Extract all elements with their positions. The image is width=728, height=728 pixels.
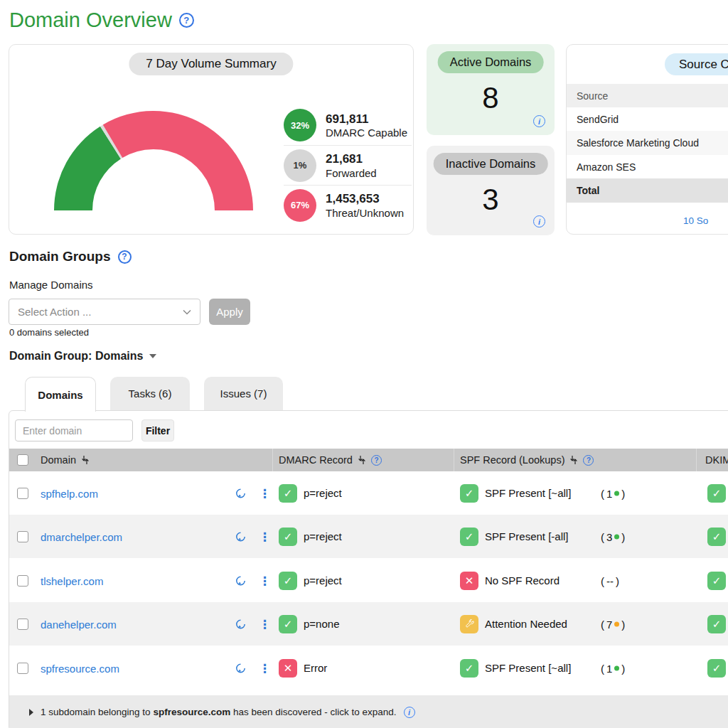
active-domains-card: Active Domains 8 [427, 44, 555, 135]
dmarc-status-label: p=reject [304, 530, 342, 542]
lookups-count: 1 [606, 662, 612, 674]
table-row: dmarchelper.com ⋮ p=reject SPF Present [… [9, 515, 728, 558]
table-header: Domain DMARC Record SPF Record (Lookups)… [9, 449, 728, 471]
info-icon[interactable] [533, 115, 545, 127]
table-row: tlshelper.com ⋮ p=reject No SPF Record -… [9, 559, 728, 602]
help-icon[interactable] [583, 455, 594, 466]
row-checkbox[interactable] [17, 575, 28, 587]
kebab-menu-icon[interactable]: ⋮ [259, 662, 271, 674]
expand-caret-icon [29, 709, 33, 716]
spf-status-badge [460, 615, 478, 633]
lookups-count: 7 [606, 618, 612, 630]
column-header-spf[interactable]: SPF Record (Lookups) [460, 454, 594, 466]
source-total-row: Total [567, 178, 728, 203]
domain-group-selector[interactable]: Domain Group: Domains [9, 350, 156, 363]
chevron-down-icon [183, 309, 191, 315]
dmarc-status-label: p=reject [304, 574, 342, 587]
subdomain-note-text: 1 subdomain belonging to spfresource.com… [41, 707, 397, 717]
sort-icon [569, 455, 578, 465]
sort-icon [358, 455, 366, 465]
spf-status-label: SPF Present [-all] [485, 530, 569, 542]
source-column-header: Source [567, 84, 728, 107]
pct-circle: 1% [284, 149, 316, 182]
stat-value: 1,453,653 [326, 191, 404, 206]
spf-status-label: SPF Present [~all] [485, 487, 571, 499]
dmarc-status-badge [279, 572, 297, 590]
domain-link[interactable]: dmarchelper.com [41, 530, 122, 542]
source-card-title: Source C [665, 53, 728, 75]
row-checkbox[interactable] [17, 488, 28, 499]
refresh-icon[interactable] [235, 574, 247, 587]
domain-link[interactable]: spfhelp.com [41, 487, 98, 499]
apply-button[interactable]: Apply [209, 299, 250, 325]
spf-lookups: 1 [601, 487, 625, 499]
dkim-status-badge [707, 659, 726, 678]
tab-tasks[interactable]: Tasks (6) [110, 377, 190, 410]
dmarc-status-label: p=none [304, 618, 339, 630]
info-icon[interactable] [404, 707, 415, 718]
column-header-dkim[interactable]: DKIM [705, 454, 728, 466]
help-icon[interactable] [118, 250, 132, 264]
row-checkbox[interactable] [17, 663, 28, 674]
filter-button[interactable]: Filter [141, 419, 174, 441]
domain-link[interactable]: danehelper.com [41, 618, 117, 630]
refresh-icon[interactable] [235, 487, 247, 499]
lookups-dot [614, 534, 619, 539]
active-domains-count: 8 [427, 81, 555, 115]
column-header-domain[interactable]: Domain [41, 454, 90, 466]
volume-stats: 32% 691,811 DMARC Capable 1% 21,681 Forw… [284, 105, 412, 225]
domain-link[interactable]: spfresource.com [41, 662, 119, 674]
source-summary-card: Source C Source SendGrid Salesforce Mark… [566, 44, 728, 235]
kebab-menu-icon[interactable]: ⋮ [259, 574, 271, 587]
spf-status-badge [460, 484, 478, 503]
spf-lookups: -- [601, 574, 619, 587]
action-select-value: Select Action ... [18, 306, 91, 318]
domain-link[interactable]: tlshelper.com [41, 574, 103, 587]
stat-threat-unknown: 67% 1,453,653 Threat/Unknown [284, 185, 412, 225]
refresh-icon[interactable] [235, 662, 247, 674]
dmarc-status-badge [279, 484, 297, 503]
table-row: spfhelp.com ⋮ p=reject SPF Present [~all… [9, 471, 728, 515]
domains-selected-note: 0 domains selected [9, 327, 89, 338]
volume-gauge-chart [26, 105, 282, 219]
row-checkbox[interactable] [17, 619, 28, 630]
page-title-text: Domain Overview [9, 9, 172, 32]
kebab-menu-icon[interactable]: ⋮ [259, 530, 271, 542]
refresh-icon[interactable] [235, 618, 247, 630]
info-icon[interactable] [533, 215, 545, 228]
refresh-icon[interactable] [235, 530, 247, 542]
stat-label: Forwarded [326, 167, 377, 179]
volume-card-title: 7 Day Volume Summary [129, 53, 293, 75]
tab-domains[interactable]: Domains [25, 377, 96, 412]
page-title: Domain Overview [9, 9, 194, 32]
dkim-status-badge [707, 484, 726, 503]
stat-dmarc-capable: 32% 691,811 DMARC Capable [284, 105, 412, 145]
volume-summary-card: 7 Day Volume Summary 32% 691,811 DMARC C… [9, 44, 414, 235]
stat-value: 21,681 [326, 151, 377, 166]
subdomain-note[interactable]: 1 subdomain belonging to spfresource.com… [9, 695, 728, 728]
domain-group-label-text: Domain Group: Domains [9, 350, 143, 363]
lookups-dot [614, 491, 619, 496]
spf-status-badge [460, 528, 478, 546]
spf-status-label: SPF Present [~all] [485, 662, 571, 674]
kebab-menu-icon[interactable]: ⋮ [259, 487, 271, 499]
stat-forwarded: 1% 21,681 Forwarded [284, 145, 412, 185]
row-checkbox[interactable] [17, 531, 28, 542]
table-row: danehelper.com ⋮ p=none Attention Needed… [9, 602, 728, 646]
column-header-dmarc[interactable]: DMARC Record [279, 454, 382, 466]
pct-circle: 67% [284, 189, 316, 222]
action-select[interactable]: Select Action ... [9, 299, 200, 325]
tab-issues[interactable]: Issues (7) [204, 377, 283, 410]
manage-domains-label: Manage Domains [9, 279, 93, 291]
select-all-checkbox[interactable] [17, 454, 28, 466]
sources-link[interactable]: 10 So [683, 215, 708, 226]
kebab-menu-icon[interactable]: ⋮ [259, 618, 271, 630]
domain-filter-input[interactable] [15, 419, 133, 441]
help-icon[interactable] [371, 455, 382, 466]
domains-panel: Filter Domain DMARC Record SPF Record (L… [9, 410, 728, 728]
source-row: Salesforce Marketing Cloud [567, 131, 728, 155]
dmarc-status-label: p=reject [304, 487, 342, 499]
help-icon[interactable] [179, 13, 194, 28]
source-row: Amazon SES [567, 155, 728, 178]
spf-lookups: 1 [601, 662, 625, 674]
